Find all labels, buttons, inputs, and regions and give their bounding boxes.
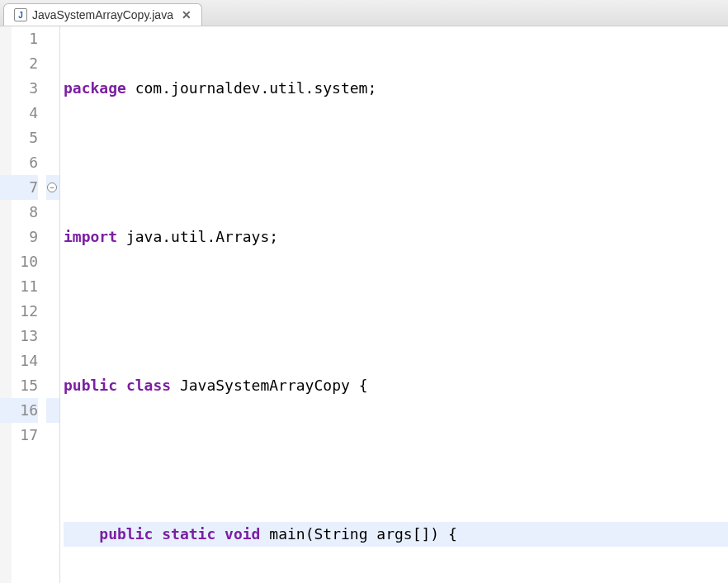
java-file-icon: J [14, 8, 27, 21]
gutter: 123 456 7 8910 111213 1415 16 17 − [0, 26, 60, 583]
keyword: public [64, 377, 117, 394]
code-content[interactable]: package com.journaldev.util.system; impo… [60, 26, 728, 583]
keyword: package [64, 79, 126, 97]
keyword: static [162, 525, 215, 543]
close-icon[interactable]: ✕ [182, 8, 191, 21]
fold-toggle-icon[interactable]: − [47, 182, 57, 192]
keyword: class [126, 377, 171, 394]
keyword: public [99, 525, 153, 543]
marker-column [0, 26, 12, 583]
keyword: import [64, 228, 117, 245]
tab-bar: J JavaSystemArrayCopy.java ✕ [0, 0, 728, 26]
line-numbers: 123 456 7 8910 111213 1415 16 17 [12, 26, 46, 583]
fold-column: − [46, 26, 59, 583]
keyword: void [225, 525, 260, 543]
editor-container: J JavaSystemArrayCopy.java ✕ 123 456 7 8… [0, 0, 728, 583]
tab-filename: JavaSystemArrayCopy.java [32, 8, 173, 21]
editor-tab[interactable]: J JavaSystemArrayCopy.java ✕ [3, 3, 202, 26]
code-editor[interactable]: 123 456 7 8910 111213 1415 16 17 − [0, 26, 728, 583]
